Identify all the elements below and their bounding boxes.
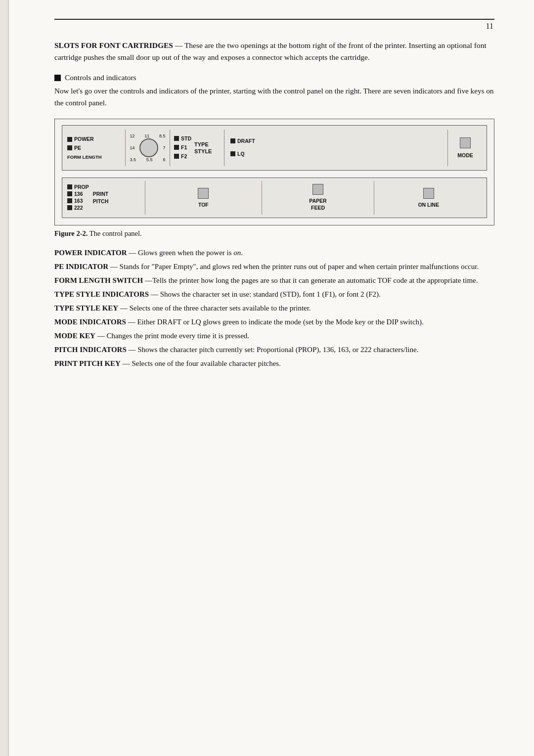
dash-print-pitch-key: — — [121, 359, 132, 367]
text-pe: Stands for "Paper Empty", and glows red … — [120, 263, 479, 270]
pitch-163-led — [67, 198, 72, 203]
f1-led — [174, 145, 179, 150]
std-row: STD — [174, 135, 191, 141]
dash-type-style-ind: — — [149, 290, 160, 298]
text-type-style-key: Selects one of the three character sets … — [130, 304, 311, 312]
upper-panel: POWER PE FORM LENGTH 12 11 8.5 — [62, 125, 487, 171]
lower-panel: PROP 136 163 222 — [62, 178, 487, 218]
dial-form-35: 3.5 — [130, 157, 136, 162]
dial-form-55: 5.5 — [146, 157, 153, 162]
term-type-style-key: TYPE STYLE KEY — [54, 304, 118, 312]
draft-lq-section: DRAFT LQ — [224, 130, 448, 166]
online-label: ON LINE — [418, 202, 439, 208]
slots-heading-bold: SLOTS FOR FONT CARTRIDGES — [54, 41, 173, 49]
f2-label: F2 — [181, 153, 187, 159]
text-pitch-ind: Shows the character pitch currently set:… — [137, 346, 418, 354]
desc-mode-key: MODE KEY — Changes the print mode every … — [54, 330, 494, 342]
pitch-136-label: 136 — [74, 191, 83, 197]
desc-mode-ind: MODE INDICATORS — Either DRAFT or LQ glo… — [54, 316, 494, 328]
controls-heading-label: Controls and indicators — [65, 73, 136, 82]
f2-led — [174, 154, 179, 159]
pitch-section: PROP 136 163 222 — [66, 181, 145, 215]
dash-mode-key: — — [95, 332, 107, 340]
slots-section: SLOTS FOR FONT CARTRIDGES — These are th… — [54, 40, 494, 63]
dial-circle — [139, 138, 158, 157]
pitch-163-label: 163 — [74, 198, 83, 204]
pitch-222-led — [67, 205, 72, 210]
type-style-section: STD F1 F2 TYPE STYLE — [170, 130, 224, 166]
mode-button — [460, 137, 471, 148]
desc-pe: PE INDICATOR — Stands for "Paper Empty",… — [54, 261, 494, 272]
figure-label: Figure 2-2. — [54, 229, 88, 237]
power-indicator: POWER — [67, 136, 122, 143]
pitch-222-label: 222 — [74, 205, 83, 211]
desc-print-pitch-key: PRINT PITCH KEY — Selects one of the fou… — [54, 357, 494, 369]
paper-feed-section: PAPER FEED — [262, 181, 375, 215]
dash-pe: — — [108, 263, 120, 270]
form-length-row: FORM LENGTH — [67, 154, 122, 160]
tof-button — [198, 188, 209, 199]
pe-label: PE — [74, 145, 81, 152]
slots-heading: SLOTS FOR FONT CARTRIDGES — These are th… — [54, 40, 494, 63]
pitch-163-row: 163 — [67, 198, 89, 204]
text-mode-key: Changes the print mode every time it is … — [106, 332, 249, 340]
type-style-leds: STD F1 F2 — [174, 135, 191, 160]
pitch-222-row: 222 — [67, 205, 89, 211]
paper-feed-button — [312, 184, 323, 195]
controls-heading: Controls and indicators — [54, 73, 494, 82]
f2-row: F2 — [174, 153, 191, 159]
draft-label: DRAFT — [237, 138, 255, 144]
paper-feed-label: PAPER FEED — [309, 198, 326, 211]
std-led — [174, 136, 179, 141]
term-type-style-ind: TYPE STYLE INDICATORS — [54, 290, 149, 298]
desc-power: POWER INDICATOR — Glows green when the p… — [54, 247, 494, 259]
dial-bottom-numbers: 3.5 5.5 6 — [130, 157, 166, 162]
desc-type-style-ind: TYPE STYLE INDICATORS — Shows the charac… — [54, 288, 494, 300]
pitch-136-led — [67, 191, 72, 196]
form-length-label: FORM LENGTH — [67, 154, 102, 160]
controls-intro: Now let's go over the controls and indic… — [54, 85, 494, 109]
dash-pitch-ind: — — [127, 346, 138, 354]
page-number-bar: 11 — [54, 19, 494, 31]
draft-led — [230, 138, 235, 143]
mode-label: MODE — [457, 152, 473, 158]
power-label: POWER — [74, 136, 94, 143]
term-pitch-ind: PITCH INDICATORS — [54, 346, 127, 354]
dial-num-14: 14 — [130, 145, 135, 150]
prop-led — [67, 184, 72, 189]
mode-section: MODE — [448, 130, 483, 166]
power-pe-section: POWER PE FORM LENGTH — [66, 130, 126, 166]
tof-label: TOF — [198, 202, 209, 208]
f1-row: F1 — [174, 144, 191, 150]
desc-pitch-ind: PITCH INDICATORS — Shows the character p… — [54, 344, 494, 356]
text-type-style-ind: Shows the character set in use: standard… — [160, 290, 381, 298]
lq-label: LQ — [237, 151, 245, 157]
text-power2: . — [241, 249, 243, 257]
dial-num-85: 8.5 — [159, 133, 166, 138]
lq-row: LQ — [230, 151, 245, 157]
dial-top-numbers: 12 11 8.5 — [130, 133, 166, 138]
text-mode-ind: Either DRAFT or LQ glows green to indica… — [137, 318, 423, 326]
term-mode-ind: MODE INDICATORS — [54, 318, 126, 326]
std-label: STD — [181, 135, 191, 141]
print-pitch-label: PRINT PITCH — [93, 190, 109, 205]
online-section: ON LINE — [374, 181, 483, 215]
type-style-label: TYPE STYLE — [194, 141, 212, 155]
figure-caption: Figure 2-2. The control panel. — [54, 229, 494, 238]
desc-type-style-key: TYPE STYLE KEY — Selects one of the thre… — [54, 302, 494, 314]
prop-row: PROP — [67, 184, 89, 190]
bullet-icon — [54, 75, 61, 81]
dial-section: 12 11 8.5 14 7 3.5 5.5 6 — [126, 130, 170, 166]
italic-on: on — [233, 249, 241, 257]
slots-heading-dash: — — [173, 41, 184, 49]
desc-form-length: FORM LENGTH SWITCH —Tells the printer ho… — [54, 274, 494, 286]
dial-num-12: 12 — [130, 133, 135, 138]
f1-label: F1 — [181, 144, 187, 150]
dial-num-7: 7 — [163, 145, 165, 150]
lq-led — [230, 151, 235, 156]
term-mode-key: MODE KEY — [54, 332, 95, 340]
text-power: Glows green when the power is — [138, 249, 233, 257]
dash-mode-ind: — — [126, 318, 137, 326]
dial-middle-row: 14 7 — [130, 138, 166, 157]
upper-panel-inner: POWER PE FORM LENGTH 12 11 8.5 — [66, 130, 483, 166]
